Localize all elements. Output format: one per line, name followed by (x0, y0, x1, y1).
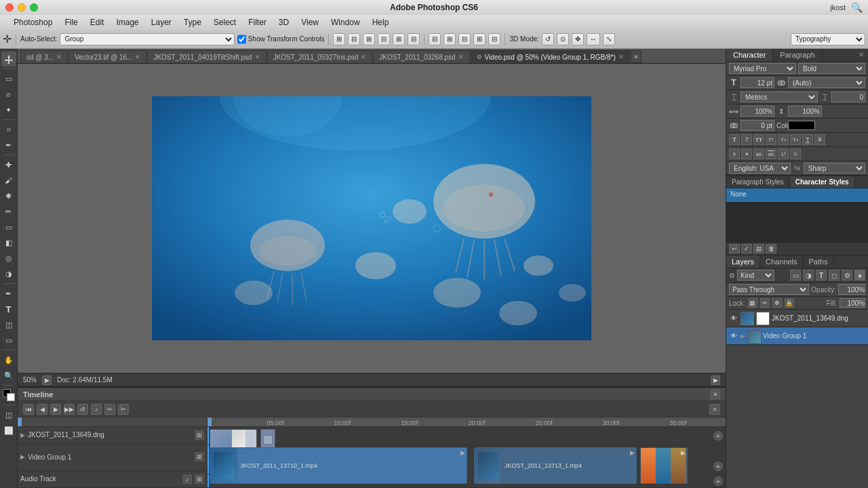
align-bottom-btn[interactable]: ⊟ (408, 33, 420, 45)
search-icon[interactable]: 🔍 (851, 2, 863, 13)
allcaps-btn[interactable]: TT (753, 134, 764, 145)
antialiasing-select[interactable]: SharpCrispStrongSmooth (804, 163, 865, 174)
layer-expand-vg1[interactable]: ▶ (741, 333, 745, 340)
blur-tool[interactable]: ◎ (1, 251, 16, 266)
frac-widths-btn[interactable]: fi (729, 148, 740, 159)
tab-03268[interactable]: JKOST_2011_03268.psd ✕ (373, 50, 469, 63)
color-swatch[interactable] (788, 121, 815, 130)
screen-mode-btn[interactable]: ⬜ (1, 423, 16, 438)
auto-select-dropdown[interactable]: GroupLayer (60, 33, 234, 45)
tracking-input[interactable] (831, 92, 865, 102)
paragraph-tab[interactable]: Paragraph (773, 49, 822, 61)
crop-tool[interactable]: ⌗ (1, 122, 16, 137)
timeline-step-back-btn[interactable]: ◀ (37, 404, 47, 415)
strikethrough-btn[interactable]: T (814, 134, 825, 145)
char-panel-close[interactable]: ✕ (854, 49, 868, 61)
opacity-input[interactable] (838, 284, 865, 295)
distribute5-btn[interactable]: ⊟ (488, 33, 500, 45)
lock-all-btn[interactable]: 🔒 (785, 298, 794, 308)
styles-confirm-btn[interactable]: ✓ (741, 244, 752, 253)
healing-tool[interactable]: ✚ (1, 157, 16, 172)
bold-btn[interactable]: T (729, 134, 740, 145)
layer-eye-dng[interactable]: 👁 (729, 314, 738, 323)
layer-item-dng[interactable]: 👁 JKOST_2011_13649.dng (726, 310, 868, 327)
3d-scale-btn[interactable]: ⤡ (603, 33, 615, 45)
styles-undo-btn[interactable]: ↩ (729, 244, 740, 253)
menu-select[interactable]: Select (208, 16, 241, 28)
fill-input[interactable] (840, 298, 865, 308)
channels-tab[interactable]: Channels (760, 256, 803, 268)
scale-v-input[interactable] (788, 106, 822, 117)
menu-help[interactable]: Help (367, 16, 395, 28)
layer-item-vg1[interactable]: 👁 ▶ Video Group 1 (726, 327, 868, 345)
leading-select[interactable]: (Auto) (788, 77, 865, 88)
menu-layer[interactable]: Layer (146, 16, 177, 28)
character-styles-tab[interactable]: Character Styles (790, 176, 855, 188)
menu-window[interactable]: Window (326, 16, 366, 28)
lock-pixels-btn[interactable]: ✏ (760, 298, 770, 308)
ordinals-btn[interactable]: ½ (790, 148, 801, 159)
3d-drag-btn[interactable]: ✥ (572, 33, 584, 45)
add-audio-btn[interactable]: + (713, 476, 723, 486)
timeline-menu-btn[interactable]: ≡ (709, 404, 720, 415)
tab-close-icon[interactable]: ✕ (361, 54, 366, 60)
tab-video-active[interactable]: ⚙ Video.psd @ 50% (Video Group 1, RGB/8*… (471, 50, 630, 63)
timeline-loop-btn[interactable]: ↺ (77, 404, 88, 415)
timeline-step-forward-btn[interactable]: ▶▶ (64, 404, 75, 415)
tab-close-icon[interactable]: ✕ (255, 54, 260, 60)
layer-filter-select[interactable]: KindNameEffect (737, 270, 774, 281)
paragraph-styles-tab[interactable]: Paragraph Styles (726, 176, 790, 188)
character-tab[interactable]: Character (726, 49, 773, 61)
align-left-btn[interactable]: ⊞ (333, 33, 345, 45)
gradient-tool[interactable]: ◧ (1, 235, 16, 250)
lasso-tool[interactable]: ⌾ (1, 87, 16, 102)
shape-tool[interactable]: ▭ (1, 333, 16, 348)
3d-roll-btn[interactable]: ⊙ (557, 33, 569, 45)
smallcaps-btn[interactable]: TT (766, 134, 776, 145)
minimize-button[interactable] (18, 3, 26, 12)
move-tool-icon[interactable]: ✛ (3, 33, 12, 45)
menu-edit[interactable]: Edit (85, 16, 110, 28)
old-style-btn[interactable]: ab (766, 148, 776, 159)
styles-delete-btn[interactable]: 🗑 (766, 244, 776, 253)
layer-eye-vg1[interactable]: 👁 (729, 331, 738, 341)
old-style2-btn[interactable]: 1² (778, 148, 789, 159)
history-tool[interactable]: ✏ (1, 204, 16, 219)
audio-options-btn[interactable]: ⊞ (195, 474, 204, 484)
blend-mode-select[interactable]: Pass ThroughNormalMultiply (729, 284, 809, 295)
3d-rotate-btn[interactable]: ↺ (542, 33, 554, 45)
font-size-input[interactable] (741, 77, 774, 88)
magic-wand-tool[interactable]: ✦ (1, 102, 16, 117)
show-transform-checkbox[interactable] (237, 33, 246, 45)
brush-tool[interactable]: 🖌 (1, 173, 16, 188)
paths-tab[interactable]: Paths (804, 256, 834, 268)
distribute4-btn[interactable]: ⊞ (473, 33, 486, 45)
std-ligatures-btn[interactable]: ✦ (741, 148, 752, 159)
tab-close-icon[interactable]: ✕ (56, 54, 62, 60)
tab-close-icon[interactable]: ✕ (135, 54, 140, 60)
filter-smart-btn[interactable]: ⚙ (842, 270, 852, 281)
filter-shape-btn[interactable]: ◻ (829, 270, 840, 281)
timeline-close-btn[interactable]: ✕ (711, 390, 720, 399)
distribute2-btn[interactable]: ⊞ (443, 33, 456, 45)
baseline-input[interactable] (741, 120, 774, 131)
filter-adjust-btn[interactable]: ◑ (803, 270, 814, 281)
menu-3d[interactable]: 3D (273, 16, 294, 28)
tab-close-icon[interactable]: ✕ (618, 54, 624, 60)
none-style-item[interactable]: None (729, 190, 865, 199)
timeline-audio-btn[interactable]: ♪ (91, 404, 102, 415)
kerning-select[interactable]: MetricsOptical0 (741, 92, 818, 102)
3d-slide-btn[interactable]: ↔ (587, 33, 600, 45)
underline-btn[interactable]: T (802, 134, 813, 145)
distribute-btn[interactable]: ⊟ (429, 33, 441, 45)
zoom-tool[interactable]: 🔍 (1, 368, 16, 383)
subscript-btn[interactable]: Ts (790, 134, 801, 145)
timeline-play-pause-btn[interactable]: ▶ (50, 404, 61, 415)
align-top-btn[interactable]: ⊟ (378, 33, 390, 45)
language-select[interactable]: English: USA (729, 163, 791, 174)
lock-transparent-btn[interactable]: ▦ (748, 298, 757, 308)
text-tool[interactable]: T (1, 302, 16, 317)
app-name-menu[interactable]: Photoshop (8, 16, 58, 28)
move-tool[interactable] (1, 52, 16, 66)
align-center-h-btn[interactable]: ⊟ (348, 33, 360, 45)
